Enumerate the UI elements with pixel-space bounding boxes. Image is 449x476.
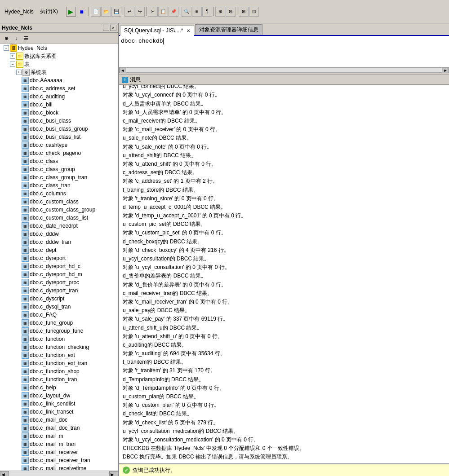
list-item[interactable]: ▦ dbo.c_function_shop [0,367,118,375]
tree-item-system-table[interactable]: + ⚙ 系统表 [0,68,118,76]
panel-header: Hydee_Ncls — × [0,23,118,33]
list-item[interactable]: ▦ dbo.c_dddw [0,230,118,238]
tree-root-toggle[interactable]: − [4,45,9,51]
hscroll-track[interactable] [9,471,109,476]
list-item[interactable]: ▦ dbo.c_dyreport_hd_c [0,262,118,270]
toolbar-icon-13[interactable]: ⊟ [226,7,236,17]
diagram-toggle[interactable]: + [10,53,15,59]
list-item[interactable]: ▦ dbo.c_mail_receiver [0,448,118,456]
list-item[interactable]: ▦ dbo.c_FAQ [0,311,118,319]
toolbar-icon-15[interactable]: ⊡ [249,7,259,17]
table-icon-33: ▦ [22,335,29,343]
list-item[interactable]: ▦ dbo.c_mail_doc_tran [0,424,118,432]
list-item[interactable]: ▦ dbo.c_custom_class_group [0,206,118,214]
list-item[interactable]: ▦ dbo.c_func_group [0,319,118,327]
list-item[interactable]: ▦ dbo.AAaaaaa [0,76,118,84]
message-content[interactable]: AAaaaaa的 DBCC 结果。对象 'AAaaaaa' 的 1 页中有 93… [119,85,449,463]
table-icon-15: ▦ [22,190,29,197]
list-item[interactable]: ▦ dbo.c_bill [0,101,118,109]
list-item[interactable]: ▦ dbo.c_dysql_tran [0,303,118,311]
menu-execute[interactable]: 执行(X) [37,7,61,16]
list-item[interactable]: ▦ dbo.c_dyreport_tran [0,286,118,295]
list-item[interactable]: ▦ dbo.c_check_pageno [0,149,118,157]
tab-query[interactable]: SQLQuery4.sql - JIS\....* ✕ [120,26,194,36]
list-item[interactable]: ▦ dbo.c_busi_class_list [0,133,118,141]
list-item[interactable]: ▦ dbo.c_dept [0,246,118,254]
message-line: d_temp_u_accept_c_0001的 DBCC 结果。 [123,203,445,212]
list-item[interactable]: ▦ dbo.c_mail_doc [0,416,118,424]
list-item[interactable]: ▦ dbo.c_funcgroup_func [0,327,118,335]
list-item[interactable]: ▦ dbo.c_function_tran [0,375,118,383]
list-item[interactable]: ▦ dbo.c_layout_dw [0,392,118,400]
system-table-toggle[interactable]: + [16,70,22,75]
hscroll-left-btn[interactable]: ◄ [0,471,9,476]
panel-pin-btn[interactable]: — [103,25,109,31]
list-item[interactable]: ▦ dbo.c_date_needrpt [0,222,118,230]
toolbar-icon-7[interactable]: 📋 [158,7,168,17]
list-item[interactable]: ▦ dbo.c_custom_class_list [0,214,118,222]
query-editor[interactable]: dbcc checkdb [119,36,449,67]
message-header-title: 消息 [130,76,141,84]
list-item[interactable]: ▦ dbo.c_help [0,383,118,392]
list-item[interactable]: ▦ dbo.c_class_group [0,165,118,173]
tab-close-query[interactable]: ✕ [187,28,190,33]
list-item[interactable]: ▦ dbo.c_columns [0,190,118,198]
list-item[interactable]: ▦ dbo.c_link_transet [0,408,118,416]
list-item[interactable]: ▦ dbo.c_function_ext_tran [0,359,118,367]
list-item[interactable]: ▦ dbo.c_mail_m_tran [0,440,118,448]
list-item[interactable]: ▦ dbo.c_busi_class [0,117,118,125]
tree-container[interactable]: − 🗄 Hydee_Ncls + 📁 数据库关系图 − 📁 表 + [0,44,118,471]
list-item[interactable]: ▦ dbo.c_mail_receivetime [0,464,118,471]
message-line: 对象 'd_售价单的差异表' 的 0 页中有 0 行。 [123,281,445,289]
list-item[interactable]: ▦ dbo.c_busi_class_group [0,125,118,133]
list-item[interactable]: ▦ dbo.c_custom_class [0,198,118,206]
editor-scroll-track[interactable] [126,68,442,72]
list-item[interactable]: ▦ dbo.c_dddw_tran [0,238,118,246]
left-hscrollbar[interactable]: ◄ ► [0,471,118,476]
list-item[interactable]: ▦ dbo.c_dyreport_proc [0,278,118,286]
list-item[interactable]: ▦ dbo.c_class_group_tran [0,173,118,181]
list-item[interactable]: ▦ dbo.c_class_tran [0,181,118,190]
panel-toolbar-icon-2[interactable]: ↓ [12,34,21,43]
stop-btn[interactable]: ■ [77,7,87,17]
tree-item-diagram[interactable]: + 📁 数据库关系图 [0,52,118,60]
hscroll-right-btn[interactable]: ► [109,471,118,476]
toolbar-icon-9[interactable]: 🔍 [182,7,191,17]
list-item[interactable]: ▦ dbo.c_address_set [0,84,118,93]
panel-close-btn[interactable]: × [110,25,116,31]
menu-hydee-ncls[interactable]: Hydee_Ncls [2,8,36,16]
list-item[interactable]: ▦ dbo.c_mail_m [0,432,118,440]
list-item[interactable]: ▦ dbo.c_mail_receiver_tran [0,456,118,464]
toolbar-icon-11[interactable]: ¶ [202,7,212,17]
toolbar-icon-2[interactable]: 📂 [101,7,111,17]
toolbar-icon-3[interactable]: 💾 [111,7,121,17]
list-item[interactable]: ▦ dbo.c_cashtype [0,141,118,149]
list-item[interactable]: ▦ dbo.c_class [0,157,118,165]
list-item[interactable]: ▦ dbo.c_link_sendlist [0,400,118,408]
table-folder-toggle[interactable]: − [10,62,15,67]
toolbar-icon-5[interactable]: ↪ [135,7,145,17]
tree-root[interactable]: − 🗄 Hydee_Ncls [0,44,118,52]
toolbar-icon-10[interactable]: ≡ [192,7,202,17]
list-item[interactable]: ▦ dbo.c_auditing [0,93,118,101]
list-item[interactable]: ▦ dbo.c_dyreport [0,254,118,262]
panel-toolbar-icon-3[interactable]: ☰ [22,34,31,43]
tree-item-table-folder[interactable]: − 📁 表 [0,60,118,68]
toolbar-icon-1[interactable]: 📄 [91,7,101,17]
toolbar-icon-6[interactable]: ✂ [148,7,158,17]
list-item[interactable]: ▦ dbo.c_dyscript [0,295,118,303]
message-line: u_sale_pay的 DBCC 结果。 [123,306,445,315]
editor-hscrollbar[interactable]: ◄ ► [119,67,449,73]
list-item[interactable]: ▦ dbo.c_function_checking [0,343,118,351]
toolbar-icon-12[interactable]: ⊞ [215,7,225,17]
list-item[interactable]: ▦ dbo.c_function_ext [0,351,118,359]
tab-resources[interactable]: 对象资源管理器详细信息 [195,24,262,35]
panel-toolbar-icon-1[interactable]: ⊕ [2,34,11,43]
toolbar-icon-8[interactable]: 📌 [169,7,178,17]
toolbar-icon-4[interactable]: ↩ [124,7,134,17]
list-item[interactable]: ▦ dbo.c_function [0,335,118,343]
toolbar-icon-14[interactable]: ⊞ [239,7,249,17]
run-btn[interactable]: ▶ [66,7,76,17]
list-item[interactable]: ▦ dbo.c_block [0,109,118,117]
list-item[interactable]: ▦ dbo.c_dyreport_hd_m [0,270,118,278]
